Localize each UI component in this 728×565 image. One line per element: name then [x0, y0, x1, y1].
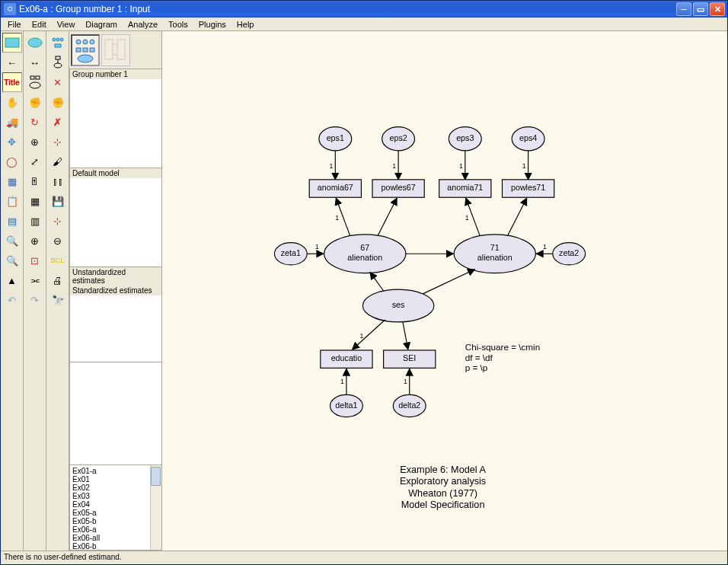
- title-tool-icon[interactable]: Title: [2, 72, 22, 92]
- list-item[interactable]: Ex05-a: [72, 509, 159, 517]
- latent-tool-icon[interactable]: [25, 72, 45, 92]
- file-list[interactable]: Ex01-a Ex01 Ex02 Ex03 Ex04 Ex05-a Ex05-b…: [70, 465, 161, 551]
- left-arrow-icon[interactable]: ←: [2, 53, 22, 72]
- save-icon[interactable]: 💾: [48, 191, 68, 211]
- paint-icon[interactable]: 🖌: [48, 152, 68, 171]
- zoom-page-icon[interactable]: 🔍: [2, 251, 22, 270]
- zoom-out-icon[interactable]: ⊖: [48, 231, 68, 251]
- hand-icon[interactable]: ✋: [2, 92, 22, 112]
- diagram-canvas[interactable]: eps1 eps2 eps3 eps4 1 1 1 1 anomia67 pow…: [161, 31, 727, 551]
- list-item[interactable]: Ex02: [72, 484, 159, 492]
- scrollbar[interactable]: [150, 465, 161, 550]
- groups-panel[interactable]: Group number 1: [69, 69, 161, 168]
- sliders-icon[interactable]: ⫿⫿: [48, 171, 68, 191]
- delta2-node[interactable]: delta2: [393, 394, 426, 417]
- erase-icon[interactable]: ✕: [48, 72, 68, 92]
- powles71-node[interactable]: powles71: [503, 180, 554, 197]
- grab-icon[interactable]: ✊: [25, 92, 45, 112]
- powles67-node[interactable]: powles67: [372, 180, 424, 197]
- menu-diagram[interactable]: Diagram: [80, 18, 123, 30]
- svg-point-7: [60, 38, 63, 41]
- chart-icon[interactable]: ▤: [2, 211, 22, 231]
- calc-icon[interactable]: ▦: [25, 191, 45, 211]
- menu-analyze[interactable]: Analyze: [123, 18, 163, 30]
- menu-tools[interactable]: Tools: [163, 18, 193, 30]
- ellipse-tool-icon[interactable]: [25, 33, 45, 53]
- estimates-panel[interactable]: Unstandardized estimates Standardized es…: [69, 267, 161, 362]
- undo-icon[interactable]: ↶: [2, 290, 22, 310]
- svg-text:1: 1: [359, 332, 363, 340]
- est-std[interactable]: Standardized estimates: [70, 286, 161, 295]
- eps2-node[interactable]: eps2: [382, 127, 415, 151]
- menu-edit[interactable]: Edit: [27, 18, 52, 30]
- lasso-icon[interactable]: ◯: [2, 152, 22, 171]
- output-diagram-thumb[interactable]: [101, 34, 130, 66]
- menu-plugins[interactable]: Plugins: [193, 18, 231, 30]
- rotate-icon[interactable]: ↻: [25, 112, 45, 132]
- models-panel[interactable]: Default model: [69, 168, 161, 267]
- list-item[interactable]: Ex06-b: [72, 542, 159, 551]
- mixer-icon[interactable]: 🎚: [25, 171, 45, 191]
- delta1-node[interactable]: delta1: [330, 394, 362, 417]
- list-item[interactable]: Ex01-a: [72, 467, 159, 475]
- list-item[interactable]: Ex03: [72, 492, 159, 500]
- x-tool-icon[interactable]: ✗: [48, 112, 68, 132]
- zeta1-node[interactable]: zeta1: [274, 243, 307, 265]
- list-item[interactable]: Ex06-all: [72, 534, 159, 542]
- biarrow-icon[interactable]: ↔: [25, 53, 45, 72]
- menu-help[interactable]: Help: [231, 18, 260, 30]
- clipboard-icon[interactable]: 📋: [2, 191, 22, 211]
- scrollbar-thumb[interactable]: [151, 467, 161, 486]
- histogram-icon[interactable]: ▲: [2, 270, 22, 290]
- anomia67-node[interactable]: anomia67: [309, 180, 361, 197]
- redo-icon[interactable]: ↷: [25, 290, 45, 310]
- truck-icon[interactable]: 🚚: [2, 112, 22, 132]
- educatio-node[interactable]: educatio: [321, 350, 372, 368]
- zeta2-node[interactable]: zeta2: [553, 243, 586, 265]
- titlebar: ੦ Ex06-a : Group number 1 : Input ─ ▭ ✕: [1, 1, 727, 18]
- alienation67-node[interactable]: 67alienation: [324, 235, 406, 273]
- properties-icon[interactable]: ▥: [25, 211, 45, 231]
- list-item[interactable]: Ex05-b: [72, 517, 159, 525]
- models-item[interactable]: Default model: [70, 168, 161, 178]
- list-item[interactable]: Ex06-a: [72, 525, 159, 534]
- input-diagram-thumb[interactable]: [71, 34, 100, 66]
- indicator-tool-icon[interactable]: [48, 33, 68, 53]
- eps4-node[interactable]: eps4: [512, 127, 544, 151]
- maximize-button[interactable]: ▭: [693, 2, 708, 16]
- svg-rect-20: [117, 40, 125, 59]
- zoom-in-icon[interactable]: ⊕: [25, 231, 45, 251]
- list-item[interactable]: Ex04: [72, 500, 159, 509]
- minimize-button[interactable]: ─: [676, 2, 691, 16]
- grab2-icon[interactable]: ✊: [48, 92, 68, 112]
- target-icon[interactable]: ⊡: [25, 251, 45, 270]
- eps1-node[interactable]: eps1: [319, 127, 352, 151]
- svg-text:zeta2: zeta2: [559, 248, 579, 257]
- move-icon[interactable]: ✥: [2, 132, 22, 152]
- alienation71-node[interactable]: 71alienation: [454, 235, 535, 273]
- ses-node[interactable]: ses: [362, 289, 434, 322]
- magnet-icon[interactable]: ⊕: [25, 132, 45, 152]
- files-panel[interactable]: Ex01-a Ex01 Ex02 Ex03 Ex04 Ex05-a Ex05-b…: [69, 465, 161, 551]
- tree-icon[interactable]: ⊹: [48, 132, 68, 152]
- binoculars-icon[interactable]: 🔭: [48, 290, 68, 310]
- groups-item[interactable]: Group number 1: [70, 69, 161, 79]
- zoom-icon[interactable]: 🔍: [2, 231, 22, 251]
- toolbar-col-2: ↔ ✊ ↻ ⊕ ⤢ 🎚 ▦ ▥ ⊕ ⊡ ⫘ ↷: [24, 31, 46, 551]
- rect-tool-icon[interactable]: [2, 33, 22, 53]
- eps3-node[interactable]: eps3: [449, 127, 481, 151]
- est-unstd[interactable]: Unstandardized estimates: [70, 267, 161, 286]
- menu-view[interactable]: View: [52, 18, 81, 30]
- menu-file[interactable]: File: [2, 18, 27, 30]
- anomia71-node[interactable]: anomia71: [439, 180, 491, 197]
- list-item[interactable]: Ex01: [72, 475, 159, 484]
- link-icon[interactable]: ⫘: [25, 270, 45, 290]
- resize-icon[interactable]: ⤢: [25, 152, 45, 171]
- close-button[interactable]: ✕: [710, 2, 725, 16]
- connector-icon[interactable]: [48, 53, 68, 72]
- bcl-icon[interactable]: BCL: [48, 251, 68, 270]
- tree2-icon[interactable]: ⊹: [48, 211, 68, 231]
- sei-node[interactable]: SEI: [384, 350, 436, 368]
- grid-icon[interactable]: ▦: [2, 171, 22, 191]
- print-icon[interactable]: 🖨: [48, 270, 68, 290]
